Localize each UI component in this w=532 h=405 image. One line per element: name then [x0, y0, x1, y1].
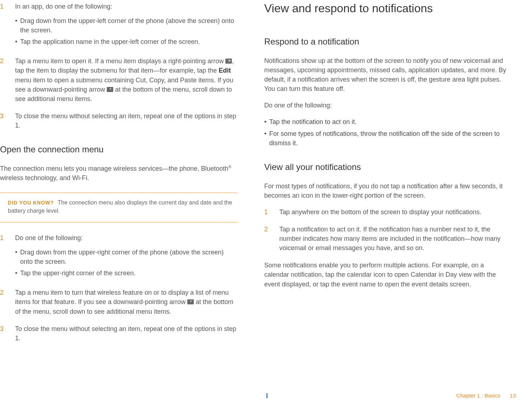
- footer-chapter: Chapter 1 : Basics: [457, 392, 501, 399]
- step-number: 2: [0, 56, 15, 103]
- bullet-mark: •: [15, 268, 20, 278]
- step-text: Tap anywhere on the bottom of the screen…: [279, 207, 509, 217]
- bullet-mark: •: [15, 37, 20, 46]
- section-heading-respond: Respond to a notification: [264, 37, 509, 47]
- connection-paragraph: The connection menu lets you manage wire…: [0, 164, 237, 183]
- bullet-mark: •: [264, 129, 269, 148]
- step-3: 3 To close the menu without selecting an…: [0, 111, 237, 130]
- conn-step-1: 1 Do one of the following: •Drag down fr…: [0, 233, 237, 280]
- step-number: 1: [264, 207, 279, 217]
- bullet-mark: •: [15, 16, 20, 35]
- step1-bullets: •Drag down from the upper-left corner of…: [15, 16, 237, 46]
- left-column: 1 In an app, do one of the following: •D…: [0, 0, 237, 351]
- respond-paragraph-2: Do one of the following:: [264, 101, 509, 110]
- bullet-text: Tap the upper-right corner of the screen…: [20, 268, 136, 278]
- conn-para-b: wireless technology, and Wi-Fi.: [0, 174, 89, 181]
- c-step1-bullets: •Drag down from the upper-right corner o…: [15, 248, 237, 278]
- respond-bullets: •Tap the notification to act on it. •For…: [264, 117, 509, 147]
- viewall-paragraph-1: For most types of notifications, if you …: [264, 181, 509, 200]
- bullet-text: For some types of notifications, throw t…: [269, 129, 509, 148]
- step-number: 2: [264, 225, 279, 253]
- step-1: 1 In an app, do one of the following: •D…: [0, 2, 237, 49]
- right-arrow-icon: [225, 59, 232, 64]
- conn-para-a: The connection menu lets you manage wire…: [0, 165, 228, 172]
- footer-divider-mark: I: [266, 392, 268, 400]
- step-text: To close the menu without selecting an i…: [15, 324, 237, 343]
- step-number: 1: [0, 233, 15, 280]
- registered-mark: ®: [228, 165, 231, 169]
- step2-text-a: Tap a menu item to open it. If a menu it…: [15, 57, 225, 65]
- bullet-text: Drag down from the upper-right corner of…: [20, 248, 237, 266]
- step1-intro: In an app, do one of the following:: [15, 3, 112, 10]
- step-number: 3: [0, 111, 15, 130]
- step-number: 3: [0, 324, 15, 343]
- down-arrow-icon: [187, 299, 194, 304]
- viewall-step-2: 2 Tap a notification to act on it. If th…: [264, 225, 509, 253]
- down-arrow-icon: [107, 87, 113, 92]
- bullet-text: Tap the notification to act on it.: [269, 117, 357, 126]
- viewall-step-1: 1 Tap anywhere on the bottom of the scre…: [264, 207, 509, 217]
- bullet-mark: •: [15, 248, 20, 266]
- right-column: View and respond to notifications Respon…: [264, 0, 509, 351]
- c-step1-intro: Do one of the following:: [15, 234, 83, 241]
- respond-paragraph-1: Notifications show up at the bottom of t…: [264, 56, 509, 93]
- chapter-title: View and respond to notifications: [264, 2, 509, 15]
- conn-step-3: 3 To close the menu without selecting an…: [0, 324, 237, 343]
- section-heading-viewall: View all your notifications: [264, 162, 509, 172]
- step-text: Tap a menu item to open it. If a menu it…: [15, 56, 237, 103]
- viewall-paragraph-2: Some notifications enable you to perform…: [264, 261, 509, 289]
- step-text: Tap a notification to act on it. If the …: [279, 225, 509, 253]
- edit-label: Edit: [219, 67, 231, 74]
- step-text: To close the menu without selecting an i…: [15, 111, 237, 130]
- page-footer: Chapter 1 : Basics 13: [457, 392, 516, 399]
- section-heading-connection: Open the connection menu: [0, 144, 237, 155]
- did-you-know-callout: DID YOU KNOW? The connection menu also d…: [0, 193, 237, 222]
- step-number: 1: [0, 2, 15, 49]
- step-text: In an app, do one of the following: •Dra…: [15, 2, 237, 49]
- bullet-mark: •: [264, 117, 269, 126]
- step-2: 2 Tap a menu item to open it. If a menu …: [0, 56, 237, 103]
- footer-page-number: 13: [510, 392, 516, 399]
- bullet-text: Drag down from the upper-left corner of …: [20, 16, 237, 35]
- bullet-text: Tap the application name in the upper-le…: [20, 37, 200, 46]
- step-text: Do one of the following: •Drag down from…: [15, 233, 237, 280]
- step-number: 2: [0, 288, 15, 316]
- step-text: Tap a menu item to turn that wireless fe…: [15, 288, 237, 316]
- conn-step-2: 2 Tap a menu item to turn that wireless …: [0, 288, 237, 316]
- callout-label: DID YOU KNOW?: [8, 200, 54, 206]
